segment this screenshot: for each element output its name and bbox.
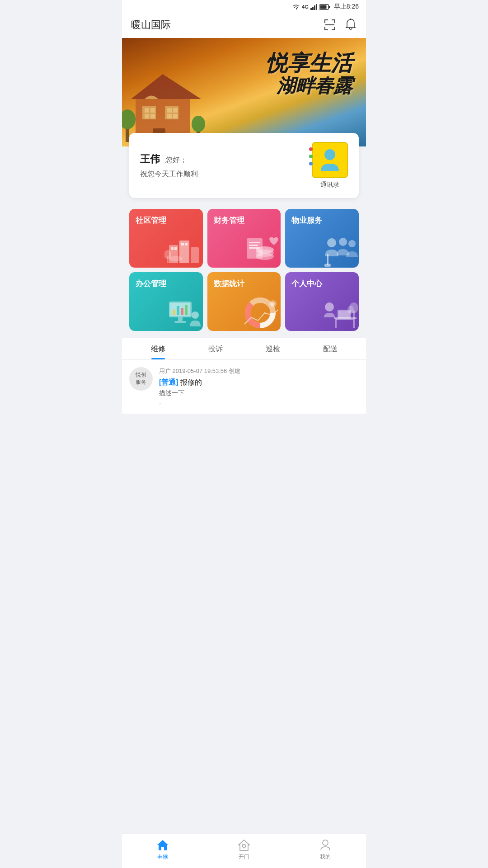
contact-icon-wrapper <box>312 142 348 178</box>
status-icons: 4G 早上8:26 <box>292 3 359 11</box>
svg-rect-10 <box>334 19 335 23</box>
app-title: 暖山国际 <box>131 18 171 32</box>
svg-rect-8 <box>324 19 325 23</box>
illustration-bangongguanli <box>162 290 203 331</box>
grid-section: 社区管理 财务管理 <box>122 205 366 338</box>
svg-rect-14 <box>332 29 335 30</box>
svg-point-81 <box>347 306 354 314</box>
grid-card-label-bangongguanli: 办公管理 <box>136 278 197 289</box>
svg-rect-60 <box>173 310 175 315</box>
svg-rect-62 <box>181 308 183 315</box>
svg-point-55 <box>348 240 356 247</box>
scan-button[interactable] <box>324 19 336 31</box>
svg-rect-20 <box>145 108 149 113</box>
person-icon <box>319 147 341 173</box>
app-header: 暖山国际 <box>122 14 366 38</box>
svg-rect-73 <box>335 319 337 328</box>
svg-point-78 <box>325 302 334 311</box>
wifi-icon <box>292 4 300 10</box>
svg-point-53 <box>327 238 336 247</box>
grid-card-bangongguanli[interactable]: 办公管理 <box>129 272 203 331</box>
user-name-row: 王伟 您好； <box>140 152 198 166</box>
svg-rect-40 <box>174 247 177 250</box>
svg-rect-27 <box>167 114 172 118</box>
svg-rect-28 <box>173 114 178 118</box>
svg-rect-74 <box>353 319 355 328</box>
svg-point-54 <box>339 238 347 246</box>
svg-rect-1 <box>312 7 314 10</box>
svg-rect-77 <box>336 319 353 320</box>
list-title-main: 报修的 <box>180 378 202 386</box>
svg-rect-50 <box>249 242 260 243</box>
tab-tousu[interactable]: 投诉 <box>187 338 244 359</box>
svg-point-57 <box>324 264 331 267</box>
grid-card-gerenzongxin[interactable]: 个人中心 <box>285 272 359 331</box>
list-item[interactable]: 悦创服务 用户 2019-05-07 19:53:56 创建 [普通] 报修的 … <box>122 360 366 414</box>
time-display: 早上8:26 <box>334 3 359 11</box>
tabs-section: 维修 投诉 巡检 配送 <box>122 338 366 360</box>
svg-rect-25 <box>167 108 172 113</box>
header-icons <box>324 19 357 31</box>
tabs-bar: 维修 投诉 巡检 配送 <box>122 338 366 360</box>
network-label: 4G <box>302 4 309 9</box>
banner-line2: 湖畔春露 <box>266 75 352 96</box>
svg-rect-64 <box>178 317 183 321</box>
svg-rect-5 <box>328 6 330 8</box>
svg-rect-6 <box>320 5 326 9</box>
grid-card-label-gerenzongxin: 个人中心 <box>291 278 352 289</box>
battery-icon <box>319 4 330 10</box>
notification-button[interactable] <box>344 19 357 31</box>
avatar-text: 悦创服务 <box>136 372 146 386</box>
grid-card-label-shequguanli: 社区管理 <box>136 215 197 226</box>
list-tag: [普通] <box>159 378 178 386</box>
svg-point-66 <box>192 311 199 319</box>
svg-rect-2 <box>314 5 315 10</box>
svg-rect-22 <box>145 114 149 118</box>
contact-book-button[interactable]: 通讯录 <box>312 142 348 189</box>
list-desc: 描述一下 <box>159 389 359 397</box>
signal-icon <box>310 4 318 10</box>
svg-point-16 <box>350 19 352 20</box>
svg-rect-41 <box>181 243 184 245</box>
svg-rect-38 <box>191 247 199 263</box>
user-card: 王伟 您好； 祝您今天工作顺利 通讯录 <box>129 133 359 198</box>
list-avatar: 悦创服务 <box>129 367 153 391</box>
svg-rect-21 <box>150 108 155 113</box>
list-section: 悦创服务 用户 2019-05-07 19:53:56 创建 [普通] 报修的 … <box>122 360 366 414</box>
contact-side-dots <box>309 147 314 175</box>
tab-xunjian[interactable]: 巡检 <box>244 338 301 359</box>
svg-rect-52 <box>249 247 259 249</box>
banner: 悦享生活 湖畔春露 <box>122 38 366 146</box>
svg-point-43 <box>169 256 183 261</box>
illustration-shequguanli <box>162 227 203 268</box>
tab-weixiu[interactable]: 维修 <box>129 338 187 359</box>
svg-rect-65 <box>174 321 186 323</box>
svg-rect-3 <box>316 4 317 10</box>
svg-marker-18 <box>131 74 201 99</box>
svg-rect-12 <box>324 29 328 30</box>
illustration-shujutongji <box>240 290 281 331</box>
illustration-gerenzongxin <box>318 290 359 331</box>
user-name: 王伟 <box>140 152 160 166</box>
banner-text: 悦享生活 湖畔春露 <box>266 52 352 96</box>
list-meta: 用户 2019-05-07 19:53:56 创建 <box>159 367 359 375</box>
user-wish: 祝您今天工作顺利 <box>140 170 198 179</box>
illustration-wuyefuwu <box>318 227 359 268</box>
tab-peisong[interactable]: 配送 <box>301 338 359 359</box>
grid-card-shequguanli[interactable]: 社区管理 <box>129 209 203 268</box>
grid-card-shujutongji[interactable]: 数据统计 <box>207 272 281 331</box>
scan-icon <box>324 19 336 31</box>
status-bar: 4G 早上8:26 <box>122 0 366 14</box>
svg-rect-42 <box>185 243 188 245</box>
grid-card-label-caiwuguanli: 财务管理 <box>214 215 275 226</box>
illustration-caiwuguanli <box>240 227 281 268</box>
svg-point-32 <box>122 109 136 129</box>
svg-rect-51 <box>249 245 258 246</box>
list-title: [普通] 报修的 <box>159 378 359 387</box>
user-info: 王伟 您好； 祝您今天工作顺利 <box>140 152 198 179</box>
svg-rect-15 <box>325 24 334 25</box>
bottom-spacer <box>122 414 366 450</box>
grid-card-wuyefuwu[interactable]: 物业服务 <box>285 209 359 268</box>
grid-card-caiwuguanli[interactable]: 财务管理 <box>207 209 281 268</box>
svg-point-35 <box>324 149 335 160</box>
